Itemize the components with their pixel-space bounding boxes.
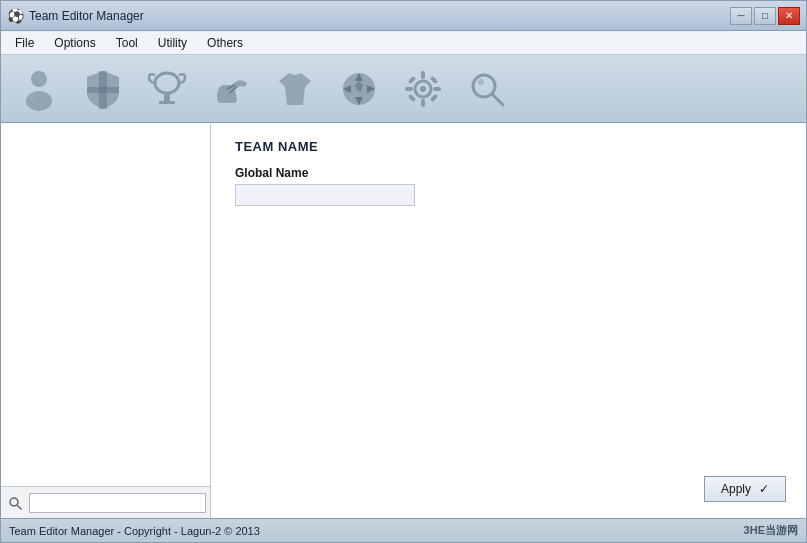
svg-point-5 — [155, 73, 179, 93]
svg-rect-18 — [408, 75, 416, 83]
svg-rect-21 — [430, 93, 438, 101]
player-icon — [17, 67, 61, 111]
svg-rect-15 — [421, 99, 425, 107]
menu-others[interactable]: Others — [197, 34, 253, 52]
sidebar-search-icon — [5, 493, 25, 513]
toolbar-search-icon — [465, 67, 509, 111]
kit-icon — [273, 67, 317, 111]
apply-label: Apply — [721, 482, 751, 496]
svg-line-23 — [492, 94, 503, 105]
global-name-input[interactable] — [235, 184, 415, 206]
svg-point-13 — [420, 86, 426, 92]
sidebar-search-input[interactable] — [29, 493, 206, 513]
maximize-button[interactable]: □ — [754, 7, 776, 25]
toolbar-kit-button[interactable] — [267, 61, 323, 117]
apply-area: Apply ✓ — [704, 476, 786, 502]
toolbar-boot-button[interactable] — [203, 61, 259, 117]
settings-icon — [401, 67, 445, 111]
title-bar: ⚽ Team Editor Manager ─ □ ✕ — [1, 1, 806, 31]
watermark-text: 3HE当游网 — [744, 523, 798, 538]
toolbar-league-button[interactable] — [139, 61, 195, 117]
app-icon: ⚽ — [7, 8, 23, 24]
menu-tool[interactable]: Tool — [106, 34, 148, 52]
content-panel: TEAM NAME Global Name Apply ✓ — [211, 123, 806, 518]
svg-rect-14 — [421, 71, 425, 79]
main-area: TEAM NAME Global Name Apply ✓ — [1, 123, 806, 518]
toolbar-search-button[interactable] — [459, 61, 515, 117]
status-bar: Team Editor Manager - Copyright - Lagun-… — [1, 518, 806, 542]
title-bar-controls: ─ □ ✕ — [730, 7, 800, 25]
sidebar — [1, 123, 211, 518]
global-name-label: Global Name — [235, 166, 782, 180]
svg-point-0 — [31, 71, 47, 87]
team-icon — [81, 67, 125, 111]
sidebar-search-bar — [1, 486, 210, 518]
status-text: Team Editor Manager - Copyright - Lagun-… — [9, 525, 260, 537]
menu-file[interactable]: File — [5, 34, 44, 52]
toolbar-team-button[interactable] — [75, 61, 131, 117]
menu-options[interactable]: Options — [44, 34, 105, 52]
window-title: Team Editor Manager — [29, 9, 144, 23]
menu-bar: File Options Tool Utility Others — [1, 31, 806, 55]
svg-rect-19 — [430, 75, 438, 83]
svg-rect-17 — [433, 87, 441, 91]
minimize-button[interactable]: ─ — [730, 7, 752, 25]
sidebar-list — [1, 123, 210, 486]
boot-icon — [209, 67, 253, 111]
svg-line-26 — [18, 505, 22, 509]
svg-point-24 — [478, 79, 484, 85]
toolbar-settings-button[interactable] — [395, 61, 451, 117]
svg-rect-6 — [164, 93, 170, 101]
close-button[interactable]: ✕ — [778, 7, 800, 25]
toolbar-ball-button[interactable] — [331, 61, 387, 117]
toolbar — [1, 55, 806, 123]
svg-rect-20 — [408, 93, 416, 101]
svg-rect-7 — [159, 101, 175, 104]
title-bar-left: ⚽ Team Editor Manager — [7, 8, 144, 24]
svg-rect-4 — [87, 87, 119, 93]
svg-point-25 — [10, 498, 18, 506]
svg-point-2 — [28, 93, 36, 101]
svg-rect-16 — [405, 87, 413, 91]
menu-utility[interactable]: Utility — [148, 34, 197, 52]
section-title: TEAM NAME — [235, 139, 782, 154]
league-icon — [145, 67, 189, 111]
main-window: ⚽ Team Editor Manager ─ □ ✕ File Options… — [0, 0, 807, 543]
ball-icon — [337, 67, 381, 111]
toolbar-player-button[interactable] — [11, 61, 67, 117]
apply-button[interactable]: Apply ✓ — [704, 476, 786, 502]
apply-check-icon: ✓ — [759, 482, 769, 496]
